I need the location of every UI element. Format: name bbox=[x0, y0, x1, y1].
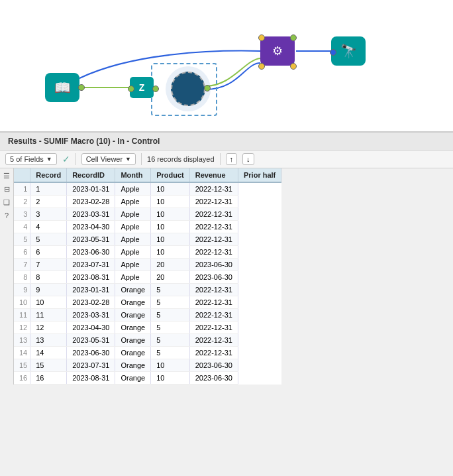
cell-id: 15 bbox=[30, 359, 67, 372]
fields-arrow: ▼ bbox=[46, 156, 52, 162]
join-l-dot bbox=[258, 34, 265, 41]
cell-product: Apple bbox=[115, 221, 151, 233]
cell-id: 4 bbox=[30, 221, 67, 233]
cell-prior: 2022-12-31 bbox=[189, 309, 238, 322]
table-row: 772023-07-31Apple202023-06-30 bbox=[14, 259, 281, 271]
cell-month: 2023-06-30 bbox=[67, 347, 115, 359]
cell-month: 2023-06-30 bbox=[67, 246, 115, 259]
circle-output-dot bbox=[204, 85, 211, 91]
cell-month: 2023-02-28 bbox=[67, 296, 115, 309]
col-priorhalf[interactable]: Prior half bbox=[238, 168, 281, 182]
cell-product: Apple bbox=[115, 208, 151, 221]
cell-product: Apple bbox=[115, 196, 151, 208]
cell-viewer-label: Cell Viewer bbox=[86, 155, 123, 163]
up-button[interactable]: ↑ bbox=[226, 153, 238, 165]
list-icon[interactable]: ☰ bbox=[2, 170, 11, 182]
cell-prior: 2023-06-30 bbox=[189, 372, 238, 385]
cell-month: 2023-01-31 bbox=[67, 182, 115, 196]
blue-circle-node[interactable] bbox=[171, 72, 205, 106]
cell-prior: 2022-12-31 bbox=[189, 233, 238, 246]
question-icon[interactable]: ? bbox=[3, 210, 10, 221]
cell-month: 2023-05-31 bbox=[67, 233, 115, 246]
cell-id: 16 bbox=[30, 372, 67, 385]
cell-product: Orange bbox=[115, 296, 151, 309]
col-revenue[interactable]: Product bbox=[151, 168, 190, 182]
cell-product: Orange bbox=[115, 359, 151, 372]
table-row: 552023-05-31Apple102022-12-31 bbox=[14, 233, 281, 246]
table-row: 12122023-04-30Orange52022-12-31 bbox=[14, 322, 281, 334]
records-count: 16 records displayed bbox=[147, 155, 215, 163]
cell-product: Orange bbox=[115, 284, 151, 296]
col-month[interactable]: RecordID bbox=[67, 168, 115, 182]
cell-prior: 2022-12-31 bbox=[189, 347, 238, 359]
cell-revenue: 10 bbox=[151, 246, 190, 259]
cell-id: 13 bbox=[30, 334, 67, 347]
cell-id: 14 bbox=[30, 347, 67, 359]
cell-revenue: 20 bbox=[151, 259, 190, 271]
book-output-dot bbox=[78, 84, 85, 91]
cell-month: 2023-04-30 bbox=[67, 221, 115, 233]
row-number: 6 bbox=[14, 246, 30, 259]
cell-id: 9 bbox=[30, 284, 67, 296]
row-number: 16 bbox=[14, 372, 30, 385]
table-header-row: Record RecordID Month Product Revenue Pr… bbox=[14, 168, 281, 182]
table-row: 13132023-05-31Orange52022-12-31 bbox=[14, 334, 281, 347]
col-prior[interactable]: Revenue bbox=[189, 168, 238, 182]
cell-id: 12 bbox=[30, 322, 67, 334]
join-r-dot bbox=[258, 63, 265, 70]
cell-month: 2023-04-30 bbox=[67, 322, 115, 334]
table-row: 112023-01-31Apple102022-12-31 bbox=[14, 182, 281, 196]
cell-prior: 2022-12-31 bbox=[189, 334, 238, 347]
cell-revenue: 20 bbox=[151, 271, 190, 284]
filter-output-dot bbox=[152, 86, 159, 92]
table-row: 14142023-06-30Orange52022-12-31 bbox=[14, 347, 281, 359]
filter-sidebar-icon[interactable]: ⊟ bbox=[3, 184, 11, 195]
toolbar: 5 of Fields ▼ ✓ Cell Viewer ▼ 16 records… bbox=[0, 150, 453, 168]
cell-id: 6 bbox=[30, 246, 67, 259]
left-sidebar: ☰ ⊟ ❑ ? bbox=[0, 168, 14, 385]
cell-revenue: 10 bbox=[151, 196, 190, 208]
cell-revenue: 10 bbox=[151, 233, 190, 246]
cell-viewer-button[interactable]: Cell Viewer ▼ bbox=[81, 153, 136, 165]
col-recordid[interactable]: Record bbox=[30, 168, 67, 182]
cell-product: Orange bbox=[115, 347, 151, 359]
data-table: Record RecordID Month Product Revenue Pr… bbox=[14, 168, 281, 385]
join-r2-dot bbox=[290, 63, 297, 70]
row-number: 9 bbox=[14, 284, 30, 296]
check-mark[interactable]: ✓ bbox=[62, 154, 70, 164]
cell-id: 8 bbox=[30, 271, 67, 284]
cell-revenue: 5 bbox=[151, 309, 190, 322]
row-number: 10 bbox=[14, 296, 30, 309]
cell-id: 5 bbox=[30, 233, 67, 246]
results-label: Results bbox=[8, 137, 36, 146]
results-detail: - SUMIF Macro (10) - In - Control bbox=[36, 137, 160, 146]
cell-product: Apple bbox=[115, 246, 151, 259]
browse-icon: 🔭 bbox=[340, 43, 357, 59]
separator-1 bbox=[76, 153, 76, 165]
row-number: 12 bbox=[14, 322, 30, 334]
table-row: 15152023-07-31Orange102023-06-30 bbox=[14, 359, 281, 372]
row-number: 2 bbox=[14, 196, 30, 208]
cell-id: 1 bbox=[30, 182, 67, 196]
join-j-dot bbox=[290, 34, 297, 41]
fields-button[interactable]: 5 of Fields ▼ bbox=[5, 153, 57, 165]
filter-input-dot bbox=[128, 86, 134, 92]
copy-icon[interactable]: ❑ bbox=[2, 197, 11, 208]
book-node[interactable]: 📖 bbox=[45, 73, 79, 102]
col-record bbox=[14, 168, 30, 182]
table-row: 16162023-08-31Orange102023-06-30 bbox=[14, 372, 281, 385]
join-node[interactable]: ⚙ bbox=[260, 36, 295, 66]
cell-prior: 2022-12-31 bbox=[189, 221, 238, 233]
filter-icon: Z bbox=[139, 82, 145, 93]
row-number: 13 bbox=[14, 334, 30, 347]
row-number: 7 bbox=[14, 259, 30, 271]
cell-id: 2 bbox=[30, 196, 67, 208]
cell-product: Apple bbox=[115, 271, 151, 284]
cell-prior: 2022-12-31 bbox=[189, 322, 238, 334]
col-product[interactable]: Month bbox=[115, 168, 151, 182]
down-button[interactable]: ↓ bbox=[242, 153, 254, 165]
cell-prior: 2022-12-31 bbox=[189, 246, 238, 259]
cell-revenue: 5 bbox=[151, 284, 190, 296]
cell-id: 3 bbox=[30, 208, 67, 221]
browse-input-dot bbox=[330, 49, 336, 56]
